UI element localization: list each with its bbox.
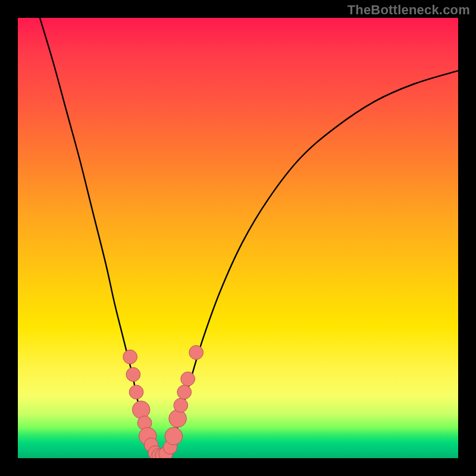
chart-stage: TheBottleneck.com — [0, 0, 476, 476]
watermark-text: TheBottleneck.com — [347, 2, 470, 18]
plot-background — [18, 18, 458, 458]
